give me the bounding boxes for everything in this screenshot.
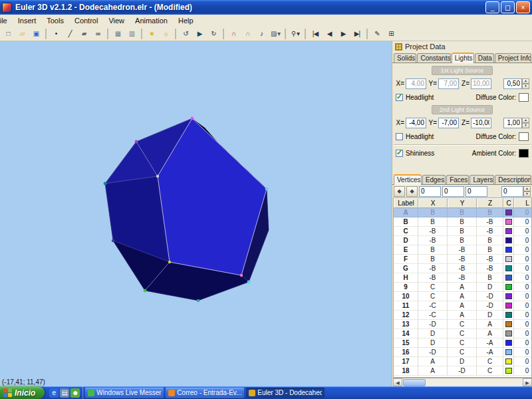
- shininess-checkbox[interactable]: [396, 150, 403, 157]
- glasses-icon[interactable]: ∞: [91, 27, 104, 40]
- tab-lights[interactable]: Lights: [452, 53, 474, 63]
- vertex-x-input[interactable]: [419, 186, 441, 197]
- table-row[interactable]: E B -B B 0: [394, 245, 531, 255]
- light2-headlight-checkbox[interactable]: [396, 133, 403, 140]
- polygon-tool-icon[interactable]: ▰: [77, 27, 90, 40]
- light2-y-input[interactable]: [438, 118, 459, 128]
- vertex-y-input[interactable]: [442, 186, 464, 197]
- tab-project-info[interactable]: Project Info: [495, 53, 531, 63]
- last-frame-icon[interactable]: ▶|: [350, 27, 364, 40]
- save-icon[interactable]: ▣: [29, 27, 43, 40]
- table-row[interactable]: 16 -D C -A 0: [394, 348, 531, 357]
- ie-icon[interactable]: e: [49, 388, 59, 398]
- tab-layers[interactable]: Layers: [469, 175, 494, 184]
- play-icon[interactable]: ▶: [193, 27, 206, 40]
- vertex-z-input[interactable]: [466, 186, 487, 197]
- column-header[interactable]: Y: [448, 198, 477, 208]
- menu-insert[interactable]: Insert: [13, 15, 42, 26]
- table-row[interactable]: D -B B B 0: [394, 236, 531, 245]
- note-icon[interactable]: ♪: [255, 27, 268, 40]
- show-desktop-icon[interactable]: ▤: [60, 388, 69, 398]
- table-row[interactable]: 14 D C A 0: [394, 329, 531, 338]
- light2-intensity-input[interactable]: [503, 118, 522, 128]
- dodecahedron-figure[interactable]: [0, 41, 392, 386]
- scrollbar-thumb[interactable]: [403, 379, 426, 386]
- tab-vertices[interactable]: Vertices: [394, 174, 422, 185]
- separator[interactable]: [107, 29, 108, 39]
- ambient-color-swatch[interactable]: [519, 149, 529, 158]
- table-row[interactable]: A B B B 0: [394, 208, 531, 217]
- menu-view[interactable]: View: [103, 15, 130, 26]
- vertex-index-down-icon[interactable]: ▼: [523, 192, 531, 197]
- separator[interactable]: [285, 29, 286, 39]
- column-header[interactable]: L: [514, 198, 531, 208]
- horizontal-scrollbar[interactable]: ◀ ▶: [393, 378, 532, 386]
- diagram-icon[interactable]: ▥: [125, 27, 138, 40]
- scroll-left-icon[interactable]: ◀: [393, 378, 402, 386]
- open-folder-icon[interactable]: ▱: [15, 27, 29, 40]
- point-tool-icon[interactable]: •: [49, 27, 63, 40]
- light1-intensity-down-icon[interactable]: ▼: [522, 84, 529, 89]
- light1-y-input[interactable]: [438, 78, 459, 89]
- messenger-icon[interactable]: ☻: [70, 388, 80, 398]
- separator[interactable]: [366, 29, 368, 39]
- tab-faces[interactable]: Faces: [446, 175, 469, 184]
- menu-control[interactable]: Control: [69, 15, 103, 26]
- table-row[interactable]: C -B B -B 0: [394, 227, 531, 236]
- light2-x-input[interactable]: [406, 118, 426, 128]
- light1-intensity-up-icon[interactable]: ▲: [522, 78, 529, 84]
- replay-icon[interactable]: ↺: [179, 27, 192, 40]
- light1-diffuse-swatch[interactable]: [519, 93, 529, 102]
- star-icon[interactable]: ★: [145, 27, 158, 40]
- light2-intensity-up-icon[interactable]: ▲: [522, 118, 529, 123]
- window-layout-icon[interactable]: ⊞: [384, 27, 398, 40]
- magnet-grid-icon[interactable]: ∩: [227, 27, 240, 40]
- tab-edges[interactable]: Edges: [422, 175, 446, 184]
- light2-z-input[interactable]: [471, 118, 491, 128]
- separator[interactable]: [175, 29, 176, 39]
- close-button[interactable]: ×: [516, 1, 530, 13]
- loop-icon[interactable]: ↻: [207, 27, 220, 40]
- table-row[interactable]: G -B -B -B 0: [394, 264, 531, 273]
- next-frame-icon[interactable]: ▶: [336, 27, 350, 40]
- light1-z-input[interactable]: [471, 78, 491, 89]
- table-row[interactable]: 10 C A -D 0: [394, 292, 531, 301]
- next-vertex-icon[interactable]: ◆: [406, 186, 418, 197]
- table-row[interactable]: B B B -B 0: [394, 217, 531, 227]
- maximize-button[interactable]: ◻: [501, 1, 515, 13]
- effects-icon[interactable]: ☼: [159, 27, 172, 40]
- menu-file[interactable]: File: [0, 15, 13, 26]
- table-row[interactable]: 17 A D C 0: [394, 357, 531, 366]
- task-euler3d[interactable]: Euler 3D - Dodecahed...: [246, 388, 325, 398]
- separator[interactable]: [223, 29, 224, 39]
- minimize-button[interactable]: _: [485, 1, 499, 13]
- light2-intensity-down-icon[interactable]: ▼: [522, 123, 529, 128]
- segment-tool-icon[interactable]: ╱: [63, 27, 76, 40]
- table-row[interactable]: H -B -B B 0: [394, 273, 531, 283]
- tab-data[interactable]: Data: [475, 53, 494, 63]
- light1-headlight-checkbox[interactable]: [396, 94, 403, 101]
- menu-tools[interactable]: Tools: [41, 15, 69, 26]
- table-row[interactable]: 9 C A D 0: [394, 283, 531, 292]
- task-windows-live-messenger[interactable]: Windows Live Messen...: [85, 388, 164, 398]
- menu-help[interactable]: Help: [173, 15, 199, 26]
- table-row[interactable]: 13 -D C A 0: [394, 320, 531, 329]
- separator[interactable]: [141, 29, 142, 39]
- fill-style-icon[interactable]: ▨ ▾: [269, 27, 282, 40]
- magnet-object-icon[interactable]: ∩: [241, 27, 254, 40]
- tab-solids[interactable]: Solids: [394, 53, 416, 63]
- edit-data-icon[interactable]: ✎: [370, 27, 384, 40]
- table-row[interactable]: 11 -C A -D 0: [394, 301, 531, 311]
- first-frame-icon[interactable]: |◀: [309, 27, 322, 40]
- zoom-icon[interactable]: ⚲ ▾: [289, 27, 302, 40]
- column-header[interactable]: X: [418, 198, 448, 208]
- table-row[interactable]: 15 D C -A 0: [394, 338, 531, 348]
- table-row[interactable]: 12 -C A D 0: [394, 311, 531, 320]
- table-row[interactable]: 18 A -D C 0: [394, 366, 531, 376]
- light2-diffuse-swatch[interactable]: [519, 132, 529, 141]
- separator[interactable]: [45, 29, 47, 39]
- column-header[interactable]: Label: [394, 198, 418, 208]
- vertex-index-input[interactable]: [501, 186, 523, 197]
- prev-frame-icon[interactable]: ◀: [323, 27, 336, 40]
- grid-view-icon[interactable]: ▦: [111, 27, 124, 40]
